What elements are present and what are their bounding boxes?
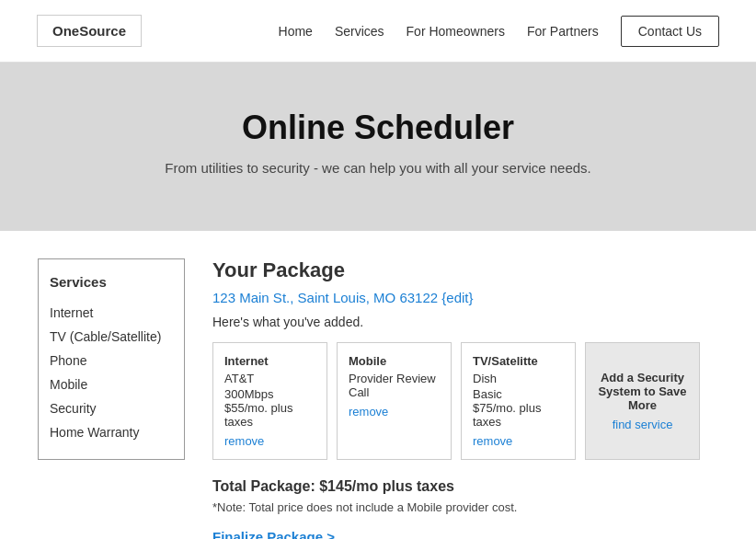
upsell-title: Add a Security System to Save More xyxy=(597,371,688,412)
sidebar-item-internet[interactable]: Internet xyxy=(50,301,173,325)
finalize-package-link[interactable]: Finalize Package > xyxy=(212,529,335,539)
mobile-card-remove[interactable]: remove xyxy=(349,405,440,419)
tv-card-remove[interactable]: remove xyxy=(473,434,564,448)
nav-services[interactable]: Services xyxy=(335,24,384,39)
header: OneSource Home Services For Homeowners F… xyxy=(0,0,756,63)
tv-card-provider: Dish xyxy=(473,372,564,385)
mobile-card: Mobile Provider Review Call remove xyxy=(337,342,452,460)
package-section: Your Package 123 Main St., Saint Louis, … xyxy=(212,258,718,539)
internet-card-remove[interactable]: remove xyxy=(224,434,315,448)
sidebar-item-mobile[interactable]: Mobile xyxy=(50,373,173,396)
hero-section: Online Scheduler From utilities to secur… xyxy=(0,63,756,231)
main-content: Services Internet TV (Cable/Satellite) P… xyxy=(1,231,755,539)
package-title: Your Package xyxy=(212,258,718,282)
tv-card: TV/Satelitte Dish Basic $75/mo. plus tax… xyxy=(461,342,576,460)
upsell-card: Add a Security System to Save More find … xyxy=(585,342,700,460)
hero-title: Online Scheduler xyxy=(18,109,738,147)
internet-card: Internet AT&T 300Mbps $55/mo. plus taxes… xyxy=(212,342,327,460)
nav-homeowners[interactable]: For Homeowners xyxy=(407,24,505,39)
sidebar-item-security[interactable]: Security xyxy=(50,396,173,420)
package-note: *Note: Total price does not include a Mo… xyxy=(212,500,718,514)
mobile-card-provider: Provider Review Call xyxy=(349,372,440,399)
cards-row: Internet AT&T 300Mbps $55/mo. plus taxes… xyxy=(212,342,718,460)
package-address[interactable]: 123 Main St., Saint Louis, MO 63122 {edi… xyxy=(212,290,718,305)
sidebar-item-home-warranty[interactable]: Home Warranty xyxy=(50,420,173,444)
internet-card-price: $55/mo. plus taxes xyxy=(224,401,315,429)
logo[interactable]: OneSource xyxy=(37,15,142,47)
upsell-find-service-link[interactable]: find service xyxy=(613,418,673,431)
nav-home[interactable]: Home xyxy=(279,24,313,39)
package-added-text: Here's what you've added. xyxy=(212,315,718,329)
sidebar-item-tv[interactable]: TV (Cable/Satellite) xyxy=(50,325,173,349)
internet-card-speed: 300Mbps xyxy=(224,387,315,401)
total-package: Total Package: $145/mo plus taxes xyxy=(212,478,718,495)
tv-card-price: $75/mo. plus taxes xyxy=(473,401,564,429)
nav: Home Services For Homeowners For Partner… xyxy=(279,16,719,47)
hero-subtitle: From utilities to security - we can help… xyxy=(18,160,738,176)
mobile-card-title: Mobile xyxy=(349,354,440,368)
tv-card-tier: Basic xyxy=(473,387,564,401)
sidebar-title: Services xyxy=(50,274,173,290)
internet-card-title: Internet xyxy=(224,354,315,368)
tv-card-title: TV/Satelitte xyxy=(473,354,564,368)
nav-contact[interactable]: Contact Us xyxy=(621,16,719,47)
nav-partners[interactable]: For Partners xyxy=(527,24,599,39)
sidebar-item-phone[interactable]: Phone xyxy=(50,349,173,373)
sidebar: Services Internet TV (Cable/Satellite) P… xyxy=(38,258,185,460)
internet-card-provider: AT&T xyxy=(224,372,315,385)
